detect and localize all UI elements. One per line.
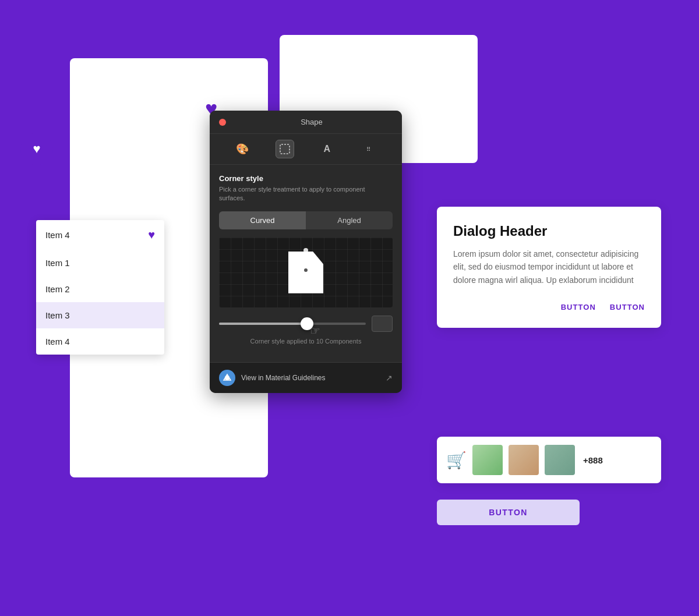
- slider-cursor: ☞: [310, 324, 320, 338]
- button-row: BUTTON: [437, 500, 580, 525]
- item-heart-icon: ♥: [148, 228, 155, 242]
- slider-value-box[interactable]: [372, 316, 393, 332]
- svg-rect-0: [280, 144, 290, 154]
- dropdown-item-4-bottom[interactable]: Item 4: [36, 328, 164, 355]
- shape-tab[interactable]: [276, 140, 294, 158]
- dropdown-menu: Item 4 ♥ Item 1 Item 2 Item 3 Item 4: [36, 220, 164, 355]
- corner-style-toggle: Curved Angled: [219, 211, 393, 229]
- cart-thumb-1: [472, 445, 503, 475]
- dropdown-item-label: Item 4: [45, 337, 70, 346]
- big-button[interactable]: BUTTON: [437, 500, 580, 525]
- paint-tab[interactable]: 🎨: [233, 140, 252, 158]
- cart-thumb-2: [509, 445, 539, 475]
- panel-footer-text: Corner style applied to 10 Components: [219, 338, 393, 345]
- panel-body: Corner style Pick a corner style treatme…: [210, 165, 402, 362]
- close-button[interactable]: [219, 119, 226, 126]
- text-tab[interactable]: A: [317, 140, 336, 158]
- dropdown-item-label: Item 3: [45, 310, 70, 320]
- corner-style-label: Corner style: [219, 174, 393, 183]
- slider-track[interactable]: ☞: [219, 323, 366, 325]
- dialog-button-1[interactable]: BUTTON: [561, 300, 596, 314]
- dialog-actions: BUTTON BUTTON: [453, 300, 645, 314]
- shape-panel: Shape 🎨 A ⠿ Corner style Pick a corner s…: [210, 111, 402, 393]
- dialog-button-2[interactable]: BUTTON: [610, 300, 645, 314]
- dropdown-item-1[interactable]: Item 1: [36, 250, 164, 276]
- material-icon: [219, 370, 235, 386]
- panel-titlebar: Shape: [210, 111, 402, 134]
- panel-title: Shape: [231, 118, 393, 126]
- footer-link-text: View in Material Guidelines: [241, 374, 380, 382]
- slider-row: ☞: [219, 316, 393, 332]
- shape-paper: [288, 252, 323, 293]
- dropdown-item-label: Item 4: [45, 230, 70, 240]
- cart-icon: 🛒: [446, 451, 467, 470]
- dropdown-item-2[interactable]: Item 2: [36, 276, 164, 302]
- corner-style-desc: Pick a corner style treatment to apply t…: [219, 185, 393, 203]
- cart-thumb-3: [545, 445, 575, 475]
- panel-footer-link[interactable]: View in Material Guidelines ↗: [210, 362, 402, 393]
- panel-toolbar: 🎨 A ⠿: [210, 134, 402, 165]
- dropdown-item-label: Item 1: [45, 258, 70, 268]
- svg-point-2: [225, 376, 230, 380]
- cart-count: +888: [583, 455, 603, 465]
- curved-toggle[interactable]: Curved: [219, 211, 306, 229]
- angled-toggle[interactable]: Angled: [306, 211, 393, 229]
- dialog-card: Dialog Header Lorem ipsum dolor sit amet…: [437, 207, 661, 328]
- dropdown-item-label: Item 2: [45, 284, 70, 294]
- heart-icon: ♥: [33, 141, 40, 157]
- dialog-header: Dialog Header: [453, 223, 645, 239]
- slider-fill: [219, 323, 307, 325]
- shape-paper-dot: [304, 268, 308, 272]
- dropdown-item-4-top[interactable]: Item 4 ♥: [36, 220, 164, 250]
- external-link-icon: ↗: [386, 373, 393, 383]
- shape-preview: [219, 238, 393, 307]
- cart-row: 🛒 +888: [437, 437, 661, 483]
- grid-tab[interactable]: ⠿: [360, 140, 379, 158]
- dialog-body: Lorem ipsum dolor sit amet, consectetur …: [453, 247, 645, 286]
- heart-fab[interactable]: ♥: [20, 133, 53, 165]
- dropdown-item-3[interactable]: Item 3: [36, 302, 164, 328]
